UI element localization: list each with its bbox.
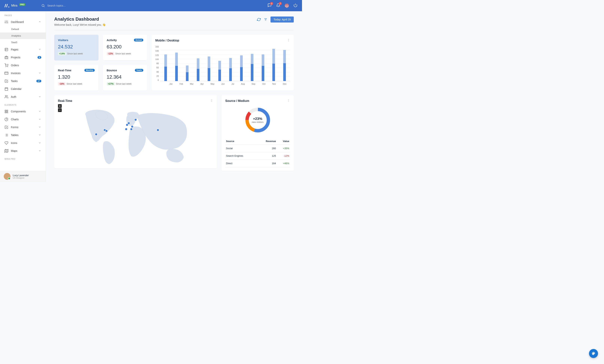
filter-icon[interactable] [264, 18, 267, 21]
language-button[interactable] [285, 4, 289, 8]
sidebar-subitem-saas[interactable]: SaaS [0, 39, 46, 46]
sidebar-item-auth[interactable]: Auth [0, 93, 46, 101]
since-label: Since last week [67, 52, 83, 55]
x-axis: JanFebMarAprMayJunJulAugSepOctNovDec [160, 83, 290, 85]
pill: Annual [134, 39, 143, 41]
svg-point-44 [211, 100, 212, 100]
zoom-out-button[interactable]: − [58, 108, 62, 112]
sidebar-user[interactable]: Lucy Lavender UX Designer [0, 171, 46, 182]
search [41, 4, 267, 8]
sidebar-item-projects[interactable]: Projects 8 [0, 53, 46, 61]
table-row: Search Engines125-12% [225, 152, 290, 160]
sidebar-item-icons[interactable]: Icons [0, 139, 46, 147]
refresh-icon[interactable] [257, 18, 261, 21]
y-axis: 160140120100806040200 [155, 46, 159, 81]
topbar: Mira PRO 3 7 [0, 0, 302, 11]
sidebar-item-maps[interactable]: Maps [0, 147, 46, 155]
sidebar-label: Components [11, 110, 36, 113]
card-title: Visitors [58, 38, 68, 42]
svg-point-56 [157, 129, 159, 131]
chevron-down-icon [38, 72, 41, 75]
more-icon[interactable] [287, 38, 290, 43]
sidebar-subitem-default[interactable]: Default [0, 26, 46, 32]
pie-icon [4, 117, 8, 121]
main-content: Analytics Dashboard Welcome back, Lucy! … [46, 11, 302, 182]
logo[interactable]: Mira PRO [4, 4, 41, 8]
svg-rect-15 [5, 57, 8, 59]
sidebar-item-forms[interactable]: Forms [0, 123, 46, 131]
svg-rect-26 [7, 110, 8, 111]
count-badge: 8 [38, 56, 41, 59]
search-icon [41, 4, 45, 8]
notifications-button[interactable]: 7 [276, 3, 280, 8]
more-icon[interactable] [210, 99, 213, 103]
svg-point-53 [130, 128, 133, 130]
card-title: Real-Time [58, 69, 71, 72]
calendar-icon [4, 87, 8, 91]
svg-point-16 [6, 67, 6, 67]
zoom-in-button[interactable]: + [58, 104, 62, 108]
sidebar-item-tasks[interactable]: Tasks 17 [0, 77, 46, 85]
search-input[interactable] [47, 4, 103, 7]
sidebar-item-pages[interactable]: Pages [0, 46, 46, 53]
table-row: Direct164+46% [225, 160, 290, 167]
sidebar-label: Invoices [11, 72, 36, 75]
svg-point-0 [42, 4, 44, 7]
power-button[interactable] [293, 3, 298, 8]
sidebar-label: Auth [11, 95, 36, 98]
map-icon [4, 149, 8, 153]
count-badge: 17 [36, 80, 41, 82]
card-icon [4, 71, 8, 75]
user-name: Lucy Lavender [13, 174, 29, 177]
svg-point-17 [8, 67, 8, 67]
svg-point-24 [5, 96, 7, 97]
sidebar-section-pages: PAGES [0, 11, 46, 18]
chart-title: Source / Medium [225, 99, 249, 103]
layout-icon [4, 48, 8, 51]
sidebar-item-orders[interactable]: Orders [0, 61, 46, 69]
col-value: Value [277, 138, 290, 145]
sidebar-item-tables[interactable]: Tables [0, 131, 46, 139]
more-icon[interactable] [287, 99, 290, 103]
heart-icon [4, 141, 8, 145]
sidebar-item-charts[interactable]: Charts [0, 115, 46, 123]
svg-point-49 [105, 130, 108, 132]
svg-marker-35 [5, 149, 8, 152]
svg-line-1 [44, 6, 45, 7]
world-map[interactable] [58, 106, 213, 166]
svg-point-45 [211, 100, 212, 101]
cart-icon [4, 63, 8, 67]
power-icon [293, 3, 298, 7]
sidebar-item-dashboard[interactable]: Dashboard [0, 18, 46, 26]
user-role: UX Designer [13, 177, 29, 179]
bars-area [160, 46, 290, 81]
svg-point-55 [125, 128, 127, 130]
sidebar-label: Icons [11, 141, 36, 144]
since-label: Since last week [116, 83, 131, 85]
donut-card-source-medium: Source / Medium +23% new visitors Source… [222, 95, 294, 171]
sidebar-item-calendar[interactable]: Calendar [0, 85, 46, 93]
card-title: Bounce [107, 69, 117, 72]
svg-rect-25 [5, 110, 6, 111]
svg-point-42 [288, 40, 289, 40]
chevron-down-icon [38, 95, 41, 99]
sidebar-item-invoices[interactable]: Invoices [0, 69, 46, 77]
sidebar-label: Tasks [11, 80, 34, 83]
chart-title: Mobile / Desktop [155, 39, 179, 42]
date-button[interactable]: Today: April 29 [270, 16, 294, 23]
sidebar-item-components[interactable]: Components [0, 108, 46, 115]
topbar-actions: 3 7 [267, 3, 298, 8]
svg-rect-27 [7, 112, 8, 113]
sidebar-label: Charts [11, 118, 36, 121]
chevron-down-icon [38, 110, 41, 113]
pill: Yearly [135, 69, 143, 72]
sidebar-subitem-analytics[interactable]: Analytics [0, 32, 46, 39]
messages-button[interactable]: 3 [267, 3, 272, 8]
svg-rect-18 [5, 72, 8, 74]
sidebar-label: Dashboard [11, 20, 36, 24]
sidebar-label: Orders [11, 64, 41, 67]
pill: Monthly [84, 69, 95, 72]
form-icon [4, 125, 8, 129]
stat-card-activity: ActivityAnnual 63.200 -12%Since last wee… [103, 35, 147, 60]
table-row: Social260+35% [225, 145, 290, 152]
